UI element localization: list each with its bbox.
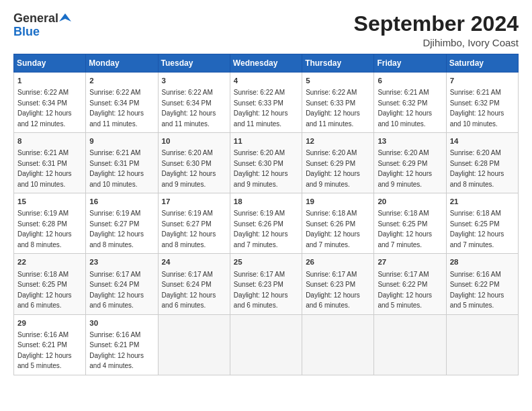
day-number: 15 <box>17 196 82 207</box>
day-number: 12 <box>306 136 370 146</box>
day-number: 25 <box>234 257 298 267</box>
logo-general-text: General <box>13 12 58 26</box>
day-number: 2 <box>89 75 154 86</box>
calendar-header-row: Sunday Monday Tuesday Wednesday Thursday… <box>14 54 519 73</box>
logo-blue-text: Blue <box>13 26 40 39</box>
day-number: 18 <box>234 196 298 207</box>
table-row: 21 Sunrise: 6:18 AMSunset: 6:25 PMDaylig… <box>446 193 518 254</box>
day-info: Sunrise: 6:21 AMSunset: 6:31 PMDaylight:… <box>89 149 144 188</box>
day-number: 8 <box>17 136 82 146</box>
day-number: 22 <box>17 257 82 267</box>
day-number: 30 <box>89 318 154 328</box>
day-number: 5 <box>306 75 370 86</box>
calendar-week-row: 1 Sunrise: 6:22 AMSunset: 6:34 PMDayligh… <box>14 73 519 133</box>
day-number: 28 <box>450 257 515 267</box>
table-row: 29 Sunrise: 6:16 AMSunset: 6:21 PMDaylig… <box>14 314 86 375</box>
day-number: 7 <box>450 75 515 86</box>
day-number: 14 <box>450 136 515 146</box>
table-row <box>230 314 302 375</box>
calendar-week-row: 15 Sunrise: 6:19 AMSunset: 6:28 PMDaylig… <box>14 193 519 254</box>
col-sunday: Sunday <box>14 54 86 73</box>
table-row: 6 Sunrise: 6:21 AMSunset: 6:32 PMDayligh… <box>374 73 446 133</box>
page: General Blue September 2024 Djihimbo, Iv… <box>0 0 532 411</box>
day-number: 6 <box>378 75 442 86</box>
table-row: 10 Sunrise: 6:20 AMSunset: 6:30 PMDaylig… <box>158 133 230 193</box>
table-row <box>158 314 230 375</box>
day-number: 26 <box>306 257 370 267</box>
day-info: Sunrise: 6:19 AMSunset: 6:26 PMDaylight:… <box>234 210 288 248</box>
col-monday: Monday <box>86 54 158 73</box>
table-row: 27 Sunrise: 6:17 AMSunset: 6:22 PMDaylig… <box>374 254 446 314</box>
day-number: 17 <box>162 196 226 207</box>
table-row: 15 Sunrise: 6:19 AMSunset: 6:28 PMDaylig… <box>14 193 86 254</box>
day-info: Sunrise: 6:20 AMSunset: 6:29 PMDaylight:… <box>378 149 432 188</box>
day-info: Sunrise: 6:18 AMSunset: 6:25 PMDaylight:… <box>450 210 504 248</box>
col-friday: Friday <box>374 54 446 73</box>
calendar-table: Sunday Monday Tuesday Wednesday Thursday… <box>13 54 519 375</box>
day-info: Sunrise: 6:18 AMSunset: 6:26 PMDaylight:… <box>306 210 360 248</box>
table-row: 20 Sunrise: 6:18 AMSunset: 6:25 PMDaylig… <box>374 193 446 254</box>
table-row: 28 Sunrise: 6:16 AMSunset: 6:22 PMDaylig… <box>446 254 518 314</box>
day-number: 20 <box>378 196 442 207</box>
day-info: Sunrise: 6:20 AMSunset: 6:30 PMDaylight:… <box>162 149 216 188</box>
table-row <box>446 314 518 375</box>
day-number: 11 <box>234 136 298 146</box>
day-info: Sunrise: 6:22 AMSunset: 6:34 PMDaylight:… <box>17 89 72 128</box>
table-row: 25 Sunrise: 6:17 AMSunset: 6:23 PMDaylig… <box>230 254 302 314</box>
col-thursday: Thursday <box>302 54 374 73</box>
day-number: 23 <box>89 257 154 267</box>
col-tuesday: Tuesday <box>158 54 230 73</box>
table-row: 17 Sunrise: 6:19 AMSunset: 6:27 PMDaylig… <box>158 193 230 254</box>
day-number: 10 <box>162 136 226 146</box>
title-block: September 2024 Djihimbo, Ivory Coast <box>354 12 519 48</box>
day-number: 4 <box>234 75 298 86</box>
calendar-week-row: 29 Sunrise: 6:16 AMSunset: 6:21 PMDaylig… <box>14 314 519 375</box>
day-info: Sunrise: 6:21 AMSunset: 6:32 PMDaylight:… <box>450 89 504 128</box>
day-info: Sunrise: 6:20 AMSunset: 6:28 PMDaylight:… <box>450 149 504 188</box>
day-info: Sunrise: 6:17 AMSunset: 6:24 PMDaylight:… <box>89 271 144 310</box>
day-info: Sunrise: 6:19 AMSunset: 6:28 PMDaylight:… <box>17 210 72 248</box>
logo: General Blue <box>13 12 71 39</box>
table-row: 7 Sunrise: 6:21 AMSunset: 6:32 PMDayligh… <box>446 73 518 133</box>
day-number: 21 <box>450 196 515 207</box>
day-number: 29 <box>17 318 82 328</box>
day-info: Sunrise: 6:22 AMSunset: 6:34 PMDaylight:… <box>89 89 144 128</box>
day-info: Sunrise: 6:17 AMSunset: 6:23 PMDaylight:… <box>234 271 288 310</box>
table-row: 8 Sunrise: 6:21 AMSunset: 6:31 PMDayligh… <box>14 133 86 193</box>
day-info: Sunrise: 6:18 AMSunset: 6:25 PMDaylight:… <box>378 210 432 248</box>
day-info: Sunrise: 6:17 AMSunset: 6:24 PMDaylight:… <box>162 271 216 310</box>
svg-marker-0 <box>59 13 71 21</box>
day-info: Sunrise: 6:22 AMSunset: 6:34 PMDaylight:… <box>162 89 216 128</box>
table-row: 16 Sunrise: 6:19 AMSunset: 6:27 PMDaylig… <box>86 193 158 254</box>
day-number: 24 <box>162 257 226 267</box>
table-row <box>302 314 374 375</box>
day-number: 1 <box>17 75 82 86</box>
day-number: 9 <box>89 136 154 146</box>
table-row: 4 Sunrise: 6:22 AMSunset: 6:33 PMDayligh… <box>230 73 302 133</box>
day-info: Sunrise: 6:19 AMSunset: 6:27 PMDaylight:… <box>162 210 216 248</box>
col-saturday: Saturday <box>446 54 518 73</box>
day-number: 19 <box>306 196 370 207</box>
table-row: 1 Sunrise: 6:22 AMSunset: 6:34 PMDayligh… <box>14 73 86 133</box>
table-row: 9 Sunrise: 6:21 AMSunset: 6:31 PMDayligh… <box>86 133 158 193</box>
table-row: 5 Sunrise: 6:22 AMSunset: 6:33 PMDayligh… <box>302 73 374 133</box>
table-row: 18 Sunrise: 6:19 AMSunset: 6:26 PMDaylig… <box>230 193 302 254</box>
day-info: Sunrise: 6:18 AMSunset: 6:25 PMDaylight:… <box>17 271 72 310</box>
table-row: 23 Sunrise: 6:17 AMSunset: 6:24 PMDaylig… <box>86 254 158 314</box>
table-row <box>374 314 446 375</box>
table-row: 26 Sunrise: 6:17 AMSunset: 6:23 PMDaylig… <box>302 254 374 314</box>
day-info: Sunrise: 6:21 AMSunset: 6:32 PMDaylight:… <box>378 89 432 128</box>
day-info: Sunrise: 6:16 AMSunset: 6:21 PMDaylight:… <box>17 331 72 370</box>
table-row: 12 Sunrise: 6:20 AMSunset: 6:29 PMDaylig… <box>302 133 374 193</box>
table-row: 30 Sunrise: 6:16 AMSunset: 6:21 PMDaylig… <box>86 314 158 375</box>
table-row: 14 Sunrise: 6:20 AMSunset: 6:28 PMDaylig… <box>446 133 518 193</box>
table-row: 11 Sunrise: 6:20 AMSunset: 6:30 PMDaylig… <box>230 133 302 193</box>
day-number: 16 <box>89 196 154 207</box>
calendar-week-row: 8 Sunrise: 6:21 AMSunset: 6:31 PMDayligh… <box>14 133 519 193</box>
col-wednesday: Wednesday <box>230 54 302 73</box>
month-title: September 2024 <box>354 12 519 36</box>
day-number: 27 <box>378 257 442 267</box>
day-info: Sunrise: 6:16 AMSunset: 6:21 PMDaylight:… <box>89 331 144 370</box>
day-info: Sunrise: 6:17 AMSunset: 6:23 PMDaylight:… <box>306 271 360 310</box>
logo-bird-icon <box>59 12 71 24</box>
